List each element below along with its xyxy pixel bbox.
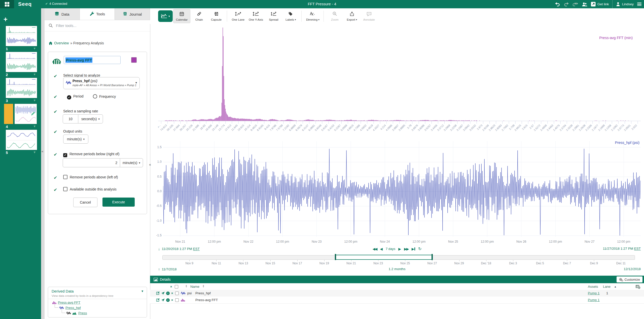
edit-icon[interactable] <box>156 290 160 297</box>
tab-journal[interactable]: Journal <box>115 8 150 20</box>
toolbar-export-button[interactable]: Export ▾ <box>344 9 360 23</box>
investigate-duration[interactable]: 1.2 months <box>150 267 644 271</box>
color-swatch-button[interactable] <box>131 57 137 63</box>
toolbar-capsule-button[interactable]: Capsule <box>208 9 225 23</box>
refresh-icon[interactable]: ↻ <box>418 246 421 251</box>
item-name[interactable]: Press-avg FFT <box>195 297 218 303</box>
chevron-down-icon[interactable]: ▾ <box>33 98 35 103</box>
radio-frequency[interactable]: Frequency <box>93 94 116 99</box>
chevron-down-icon[interactable]: ▾ <box>33 72 35 77</box>
range-handle-left[interactable] <box>335 254 336 260</box>
hamburger-menu-icon[interactable] <box>637 3 641 6</box>
tab-tools[interactable]: Tools <box>80 8 115 20</box>
step-back-many-button[interactable]: ◀◀ <box>373 247 377 251</box>
derived-data-link[interactable]: Press-avg FFT <box>58 301 80 304</box>
investigate-range-track[interactable] <box>162 255 635 260</box>
sampling-rate-input[interactable]: 10 <box>63 114 78 123</box>
worksheet-thumbnail[interactable] <box>15 104 37 124</box>
redo-icon[interactable] <box>564 2 569 7</box>
signal-select[interactable]: Press_hpf (psi) mple-AF » All Areas » PI… <box>63 77 140 89</box>
info-icon[interactable]: i <box>166 297 170 303</box>
sampling-unit-select[interactable]: second(s)▾ <box>78 114 103 123</box>
remove-below-value-input[interactable]: 2 <box>63 158 120 167</box>
remove-below-unit-select[interactable]: minute(s)▾ <box>120 158 143 167</box>
tab-data[interactable]: Data <box>45 8 80 20</box>
chevron-down-icon[interactable]: ▾ <box>33 46 35 51</box>
worksheet-item-3[interactable]: 3▾ <box>0 78 41 103</box>
item-name[interactable]: Press_hpf <box>195 290 211 297</box>
filter-tools-input[interactable] <box>55 23 132 28</box>
toolbar-zoom-button[interactable]: Zoom <box>327 9 343 23</box>
worksheet-item-4[interactable]: 4▾ <box>0 104 41 129</box>
sidebar-scrollbar[interactable]: « <box>41 8 45 319</box>
asset-link[interactable]: Pump 1 <box>588 291 600 295</box>
toolbar-chain-button[interactable]: Chain <box>191 9 207 23</box>
worksheet-thumbnail[interactable] <box>6 130 37 150</box>
collapse-tools-panel-icon[interactable]: « <box>149 163 151 167</box>
toolbar-dimming-button[interactable]: Dimming ▾ <box>304 9 321 23</box>
toolbar-calendar-button[interactable]: Calendar <box>173 9 190 23</box>
customize-button[interactable]: Customize <box>617 276 642 282</box>
step-to-end-button[interactable]: ▶ <box>412 247 415 251</box>
send-icon[interactable] <box>161 290 165 297</box>
signal-chart[interactable] <box>163 136 641 241</box>
remove-above-checkbox[interactable]: Remove periods above (left of) <box>63 175 118 179</box>
display-range-end[interactable]: 11/27/2018 1:27 PM EST <box>603 247 641 250</box>
execute-button[interactable]: Execute <box>102 198 135 207</box>
toolbar-labels-button[interactable]: Labels ▾ <box>282 9 299 23</box>
asset-link[interactable]: Pump 1 <box>588 298 600 302</box>
toolbar-spread-button[interactable]: Spread <box>265 9 282 23</box>
cancel-button[interactable]: Cancel <box>73 198 97 207</box>
step-forward-button[interactable]: ▶ <box>398 247 401 251</box>
toolbar-one-lane-button[interactable]: One Lane <box>230 9 246 23</box>
worksheet-thumbnail[interactable] <box>6 78 37 98</box>
undo-icon[interactable] <box>555 2 560 7</box>
remove-icon[interactable]: × <box>171 290 173 297</box>
lane-column-header[interactable]: Lane <box>603 283 611 290</box>
get-link-button[interactable]: Get link <box>591 2 609 7</box>
range-handle-right[interactable] <box>432 254 433 260</box>
worksheet-thumbnail[interactable] <box>6 26 37 46</box>
chevron-down-icon[interactable]: ▾ <box>141 289 143 293</box>
remove-all-icon[interactable]: × <box>170 283 172 290</box>
remove-icon[interactable]: × <box>171 297 173 303</box>
investigate-end[interactable]: 12/12/2018 <box>624 267 641 271</box>
send-icon[interactable] <box>161 297 165 303</box>
worksheet-thumbnail[interactable] <box>6 52 37 72</box>
add-worksheet-button[interactable]: + <box>4 17 8 22</box>
available-outside-checkbox[interactable]: Available outside this analysis <box>63 187 117 192</box>
duration-label[interactable]: 7 days <box>386 247 395 251</box>
name-column-header[interactable]: Name <box>190 283 199 290</box>
derived-data-link[interactable]: Press_hpf <box>65 306 81 310</box>
info-icon[interactable]: i <box>166 290 170 297</box>
add-column-icon[interactable] <box>636 283 640 290</box>
select-all-checkbox[interactable] <box>175 285 178 289</box>
sort-ascending-icon[interactable]: ▲ <box>614 283 617 290</box>
display-mode-button[interactable]: ▾ <box>158 10 173 22</box>
radio-period[interactable]: ✔Period <box>67 94 83 100</box>
step-back-button[interactable]: ◀ <box>380 247 383 251</box>
toolbar-annotate-button[interactable]: Annotate <box>361 9 377 23</box>
worksheet-item-2[interactable]: 2▾ <box>0 52 41 77</box>
fft-chart[interactable]: 149...74.81350.33537.66430.25725.22621.5… <box>158 24 641 136</box>
collapse-sidebar-icon[interactable]: « <box>42 149 43 153</box>
user-menu[interactable]: Lindsey <box>616 2 634 6</box>
tool-name-input[interactable]: Press-avg FFT <box>64 56 121 64</box>
breadcrumb-overview-link[interactable]: Overview <box>54 41 69 45</box>
redo-all-icon[interactable] <box>573 2 578 7</box>
step-forward-many-button[interactable]: ▶▶ <box>404 247 409 251</box>
home-icon[interactable] <box>49 41 53 45</box>
worksheet-item-1[interactable]: 1▾ <box>0 26 41 51</box>
investigate-range-selection[interactable] <box>335 255 432 260</box>
users-icon[interactable] <box>582 2 587 7</box>
assets-column-header[interactable]: Assets <box>588 283 598 290</box>
fft-series-label[interactable]: Press-avg FFT (min) <box>599 36 633 40</box>
edit-icon[interactable] <box>156 297 160 303</box>
derived-data-link[interactable]: Press <box>78 311 87 315</box>
chevron-down-icon[interactable]: ▾ <box>33 124 35 129</box>
remove-below-checkbox[interactable]: ✔Remove periods below (right of) <box>63 152 119 157</box>
signal-series-label[interactable]: Press_hpf (psi) <box>615 141 639 145</box>
row-checkbox[interactable] <box>175 292 179 295</box>
chevron-down-icon[interactable]: ▾ <box>33 150 35 154</box>
toolbar-one-y-axis-button[interactable]: One Y-Axis <box>247 9 265 23</box>
